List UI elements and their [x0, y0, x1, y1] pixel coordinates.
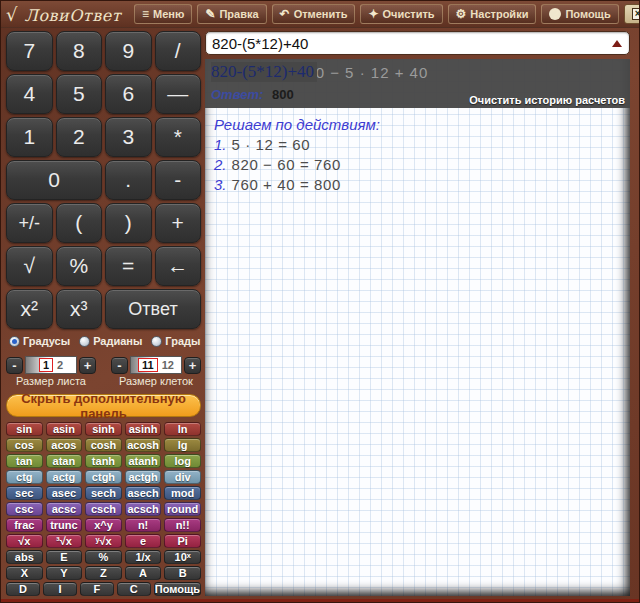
func-asin[interactable]: asin: [46, 422, 83, 436]
key-close-paren[interactable]: ): [105, 203, 152, 243]
func-I[interactable]: I: [43, 582, 77, 596]
key-plus[interactable]: +: [155, 203, 202, 243]
func-sech[interactable]: sech: [85, 486, 122, 500]
key-minus-long[interactable]: —: [155, 74, 202, 114]
func-cos[interactable]: cos: [6, 438, 43, 452]
hide-extra-panel-button[interactable]: Скрыть дополнительную панель: [6, 394, 201, 417]
expression-input[interactable]: [205, 31, 630, 55]
func-double-factorial[interactable]: n!!: [164, 518, 201, 532]
func-ln[interactable]: ln: [164, 422, 201, 436]
func-actg[interactable]: actg: [46, 470, 83, 484]
func-cosh[interactable]: cosh: [85, 438, 122, 452]
func-help[interactable]: Помощь: [154, 582, 201, 596]
key-x-squared[interactable]: x²: [6, 289, 53, 329]
func-factorial[interactable]: n!: [125, 518, 162, 532]
radio-degrees[interactable]: Градусы: [9, 335, 70, 347]
func-sinh[interactable]: sinh: [85, 422, 122, 436]
sheet-size-strip[interactable]: 1 2: [25, 356, 77, 374]
func-percent[interactable]: %: [85, 550, 122, 564]
menu-button[interactable]: ≡ Меню: [134, 4, 192, 24]
func-D[interactable]: D: [6, 582, 40, 596]
key-plus-minus[interactable]: +/-: [6, 203, 53, 243]
func-div[interactable]: div: [164, 470, 201, 484]
func-csc[interactable]: csc: [6, 502, 43, 516]
key-5[interactable]: 5: [56, 74, 103, 114]
func-Y[interactable]: Y: [46, 566, 83, 580]
key-8[interactable]: 8: [56, 31, 103, 71]
key-percent[interactable]: %: [56, 246, 103, 286]
func-acos[interactable]: acos: [46, 438, 83, 452]
key-1[interactable]: 1: [6, 117, 53, 157]
cell-size-strip[interactable]: 11 12: [130, 356, 182, 374]
sheet-size-plus-button[interactable]: +: [79, 357, 96, 374]
func-acsc[interactable]: acsc: [46, 502, 83, 516]
key-minus[interactable]: -: [155, 160, 202, 200]
key-equals[interactable]: =: [105, 246, 152, 286]
func-F[interactable]: F: [80, 582, 114, 596]
key-0[interactable]: 0: [6, 160, 102, 200]
history-entry[interactable]: 820-(5*12)+40: [211, 62, 317, 82]
clear-button[interactable]: ✦ Очистить: [360, 4, 442, 24]
dropdown-arrow-icon[interactable]: [612, 40, 622, 47]
close-button[interactable]: × Закрыть: [624, 4, 640, 24]
func-acosh[interactable]: acosh: [125, 438, 162, 452]
key-6[interactable]: 6: [105, 74, 152, 114]
func-log[interactable]: log: [164, 454, 201, 468]
func-sec[interactable]: sec: [6, 486, 43, 500]
func-atan[interactable]: atan: [46, 454, 83, 468]
key-3[interactable]: 3: [105, 117, 152, 157]
func-pi[interactable]: Pi: [164, 534, 201, 548]
help-button[interactable]: ? Помощь: [541, 4, 618, 24]
func-asech[interactable]: asech: [125, 486, 162, 500]
key-2[interactable]: 2: [56, 117, 103, 157]
key-multiply[interactable]: *: [155, 117, 202, 157]
func-asec[interactable]: asec: [46, 486, 83, 500]
radio-grads[interactable]: Грады: [151, 335, 200, 347]
undo-button[interactable]: ↶ Отменить: [272, 4, 356, 24]
func-atanh[interactable]: atanh: [125, 454, 162, 468]
func-mod[interactable]: mod: [164, 486, 201, 500]
func-round[interactable]: round: [164, 502, 201, 516]
func-A[interactable]: A: [125, 566, 162, 580]
func-trunc[interactable]: trunc: [46, 518, 83, 532]
func-csch[interactable]: csch: [85, 502, 122, 516]
key-x-cubed[interactable]: x³: [56, 289, 103, 329]
func-ctg[interactable]: ctg: [6, 470, 43, 484]
key-open-paren[interactable]: (: [56, 203, 103, 243]
func-cbrt-x[interactable]: ³√x: [46, 534, 83, 548]
edit-button[interactable]: ✎ Правка: [197, 4, 266, 24]
key-4[interactable]: 4: [6, 74, 53, 114]
clear-history-button[interactable]: Очистить историю расчетов: [469, 94, 625, 106]
func-acsch[interactable]: acsch: [125, 502, 162, 516]
func-ten-pow-x[interactable]: 10ˣ: [164, 550, 201, 564]
key-9[interactable]: 9: [105, 31, 152, 71]
func-tanh[interactable]: tanh: [85, 454, 122, 468]
func-frac[interactable]: frac: [6, 518, 43, 532]
sheet-size-minus-button[interactable]: -: [6, 357, 23, 374]
func-ctgh[interactable]: ctgh: [85, 470, 122, 484]
radio-radians[interactable]: Радианы: [79, 335, 142, 347]
key-sqrt[interactable]: √: [6, 246, 53, 286]
func-sqrt-x[interactable]: √x: [6, 534, 43, 548]
func-actgh[interactable]: actgh: [125, 470, 162, 484]
key-7[interactable]: 7: [6, 31, 53, 71]
settings-button[interactable]: ⚙ Настройки: [448, 4, 537, 24]
func-tan[interactable]: tan: [6, 454, 43, 468]
grid-paper[interactable]: 820 − 5 · 12 + 40 820-(5*12)+40 Ответ: 8…: [205, 59, 630, 596]
func-lg[interactable]: lg: [164, 438, 201, 452]
key-decimal-point[interactable]: .: [105, 160, 152, 200]
func-sin[interactable]: sin: [6, 422, 43, 436]
func-X[interactable]: X: [6, 566, 43, 580]
func-Z[interactable]: Z: [85, 566, 122, 580]
cell-size-minus-button[interactable]: -: [111, 357, 128, 374]
func-C[interactable]: C: [117, 582, 151, 596]
key-divide[interactable]: /: [155, 31, 202, 71]
func-B[interactable]: B: [164, 566, 201, 580]
func-e[interactable]: e: [125, 534, 162, 548]
cell-size-plus-button[interactable]: +: [184, 357, 201, 374]
key-backspace[interactable]: ←: [155, 246, 202, 286]
func-abs[interactable]: abs: [6, 550, 43, 564]
key-answer[interactable]: Ответ: [105, 289, 201, 329]
func-yroot-x[interactable]: ʸ√x: [85, 534, 122, 548]
func-x-pow-y[interactable]: x^y: [85, 518, 122, 532]
